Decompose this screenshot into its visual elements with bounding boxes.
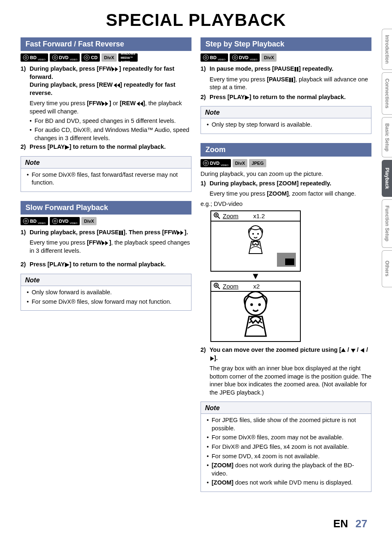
note-item: Only slow forward is available. <box>27 289 185 297</box>
tab-introduction[interactable]: Introduction <box>382 29 392 70</box>
badge-divx: DivX <box>261 53 276 62</box>
up-icon <box>341 348 346 353</box>
right-column: Step by Step Playback BDVIDEO DVDVIDEO D… <box>201 37 371 501</box>
note-box-step: Note Only step by step forward is availa… <box>201 106 371 134</box>
disc-icon <box>232 55 238 60</box>
section-header-step: Step by Step Playback <box>201 37 371 51</box>
note-item: [ZOOM] does not work while DVD menu is d… <box>207 479 365 487</box>
illustration-girl-zoomed <box>236 292 275 341</box>
zoom-step-1-desc: Every time you press [ZOOM], zoom factor… <box>201 190 371 198</box>
page-footer: EN 27 <box>21 517 371 530</box>
badge-dvd: DVDVIDEO <box>201 159 231 167</box>
ffw-icon <box>177 231 184 235</box>
rew-icon <box>136 102 143 106</box>
badge-divx: DivX <box>81 217 96 225</box>
tab-connections[interactable]: Connections <box>382 72 392 115</box>
down-arrow-icon: ▼ <box>210 272 301 280</box>
zoom-label: Zoom <box>223 212 238 219</box>
step-step-2: 2) Press [PLAY] to return to the normal … <box>201 93 371 102</box>
left-icon <box>360 348 365 353</box>
disc-icon <box>52 55 58 60</box>
note-item: Only step by step forward is available. <box>207 121 365 129</box>
ffw-step-1: 1) During playback, press [FFW] repeated… <box>21 65 191 97</box>
disc-icon <box>52 218 58 224</box>
note-item: For JPEG files, slide show of the zoomed… <box>207 416 365 432</box>
ffw-step-2: 2) Press [PLAY] to return to the normal … <box>21 143 191 151</box>
note-title: Note <box>201 106 371 118</box>
ffw-bullet-2: For audio CD, DivX®, and Windows Media™ … <box>21 126 191 142</box>
disc-icon <box>23 55 29 60</box>
note-title: Note <box>21 274 191 286</box>
ffw-icon <box>102 241 109 245</box>
badge-wma: WINDOWSMEDIA™AUDIO <box>118 53 138 62</box>
zoom-step-1: 1) During playback, press [ZOOM] repeate… <box>201 180 371 188</box>
badge-row-zoom: DVDVIDEO DivX JPEG <box>201 159 371 167</box>
pause-icon <box>294 67 299 72</box>
section-header-zoom: Zoom <box>201 143 371 157</box>
badge-row-step: BDVIDEO DVDVIDEO DivX <box>201 53 371 62</box>
note-box-slow: Note Only slow forward is available. For… <box>21 274 191 311</box>
magnifier-icon <box>214 283 220 289</box>
badge-dvd: DVDVIDEO <box>230 53 260 62</box>
slow-step-1-desc: Every time you press [FFW], the playback… <box>21 239 191 255</box>
badge-dvd: DVDVIDEO <box>50 53 80 62</box>
left-column: Fast Forward / Fast Reverse BDVIDEO DVDV… <box>21 37 191 501</box>
pause-icon <box>289 78 293 82</box>
zoom-value-1: x1.2 <box>253 212 265 219</box>
badge-dvd: DVDVIDEO <box>50 217 80 225</box>
disc-icon <box>23 218 29 224</box>
footer-lang: EN <box>333 517 348 530</box>
badge-cd: CD <box>81 53 100 62</box>
section-header-ffw: Fast Forward / Fast Reverse <box>21 37 191 51</box>
section-header-slow: Slow Forward Playback <box>21 201 191 215</box>
slow-step-2: 2) Press [PLAY] to return to the normal … <box>21 261 191 269</box>
note-item: For some DivX® files, fast forward/fast … <box>27 171 185 187</box>
badge-row-ffw: BDVIDEO DVDVIDEO CD DivX WINDOWSMEDIA™AU… <box>21 53 191 62</box>
badge-divx: DivX <box>233 159 247 167</box>
zoom-label: Zoom <box>223 283 238 290</box>
note-item: For some DVD, x4 zoom is not available. <box>207 452 365 461</box>
ffw-bullet-1: For BD and DVD, speed changes in 5 diffe… <box>21 117 191 125</box>
zoom-step-2-desc: The gray box with an inner blue box disp… <box>201 365 371 397</box>
badge-bd: BDVIDEO <box>21 53 48 62</box>
down-icon <box>351 348 355 353</box>
position-guide <box>277 253 296 267</box>
ffw-icon <box>112 67 119 72</box>
note-title: Note <box>21 157 191 169</box>
step-step-1: 1) In pause mode, press [PAUSE] repeated… <box>201 65 371 73</box>
magnifier-icon <box>214 212 220 219</box>
badge-bd: BDVIDEO <box>21 217 48 225</box>
note-title: Note <box>201 402 371 414</box>
note-item: [ZOOM] does not work during the playback… <box>207 462 365 478</box>
zoom-intro: During playback, you can zoom up the pic… <box>201 171 371 177</box>
tab-function-setup[interactable]: Function Setup <box>382 199 392 247</box>
pause-icon <box>119 231 123 235</box>
play-icon <box>245 95 249 100</box>
badge-row-slow: BDVIDEO DVDVIDEO DivX <box>21 217 191 225</box>
disc-icon <box>203 55 209 60</box>
step-step-1-desc: Every time you press [PAUSE], playback w… <box>201 76 371 92</box>
page-title: SPECIAL PLAYBACK <box>21 10 371 30</box>
right-icon <box>210 356 214 361</box>
disc-icon <box>203 160 209 166</box>
tab-playback[interactable]: Playback <box>382 160 392 197</box>
play-icon <box>65 145 69 150</box>
rew-icon <box>113 83 120 88</box>
zoom-example: Zoom x1.2 ▼ Zoom x2 <box>210 210 371 342</box>
note-item: For DivX® and JPEG files, x4 zoom is not… <box>207 443 365 451</box>
ffw-icon <box>102 102 109 106</box>
zoom-frame-1: Zoom x1.2 <box>210 210 301 272</box>
side-tabs: Introduction Connections Basic Setup Pla… <box>382 29 392 287</box>
note-item: For some DivX® files, slow forward may n… <box>27 298 185 306</box>
ffw-step-1-desc: Every time you press [FFW] or [REW], the… <box>21 99 191 115</box>
badge-jpeg: JPEG <box>249 159 266 167</box>
tab-others[interactable]: Others <box>382 250 392 287</box>
disc-icon <box>84 55 90 60</box>
note-box-zoom: Note For JPEG files, slide show of the z… <box>201 402 371 492</box>
badge-bd: BDVIDEO <box>201 53 228 62</box>
badge-divx: DivX <box>101 53 116 62</box>
tab-basic-setup[interactable]: Basic Setup <box>382 117 392 158</box>
zoom-step-2: 2) You can move over the zoomed picture … <box>201 346 371 362</box>
zoom-value-2: x2 <box>253 283 260 290</box>
zoom-frame-2: Zoom x2 <box>210 281 301 342</box>
